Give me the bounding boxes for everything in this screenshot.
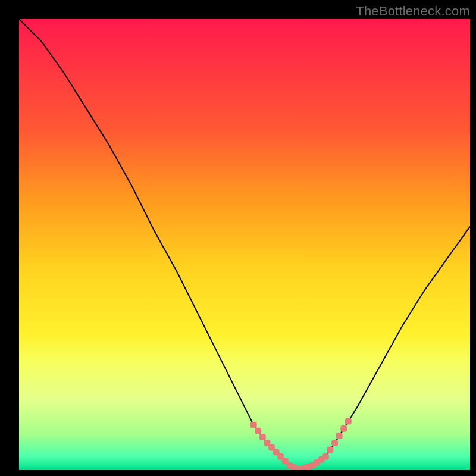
highlight-dot	[340, 425, 347, 432]
highlight-dot	[250, 422, 257, 428]
watermark-text: TheBottleneck.com	[356, 4, 470, 19]
highlight-dot	[345, 418, 352, 425]
chart-frame: TheBottleneck.com	[0, 0, 476, 476]
highlight-dot	[259, 434, 266, 440]
highlight-dot	[322, 453, 329, 460]
highlight-dot	[327, 446, 334, 453]
highlight-dot	[336, 433, 343, 439]
highlight-dot	[331, 440, 338, 446]
gradient-background	[19, 19, 470, 470]
bottleneck-chart	[19, 19, 470, 470]
highlight-dot	[255, 428, 261, 434]
plot-area	[19, 19, 470, 470]
